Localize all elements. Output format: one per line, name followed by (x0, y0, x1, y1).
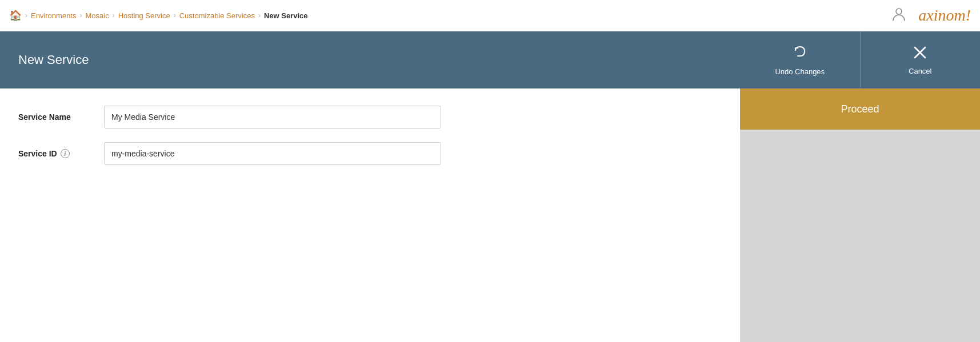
breadcrumb-new-service: New Service (264, 11, 308, 20)
undo-changes-label: Undo Changes (775, 67, 825, 76)
topbar: 🏠 › Environments › Mosaic › Hosting Serv… (0, 0, 980, 31)
page-title: New Service (18, 53, 89, 67)
breadcrumb-sep-0: › (25, 11, 27, 19)
breadcrumb-environments[interactable]: Environments (31, 11, 76, 20)
topbar-right: axinom! (891, 6, 971, 25)
service-id-info-icon[interactable]: i (61, 149, 70, 158)
service-name-row: Service Name (18, 106, 722, 128)
form-area: Service Name Service ID i (0, 88, 740, 342)
breadcrumb-customizable-services[interactable]: Customizable Services (179, 11, 255, 20)
breadcrumb-mosaic[interactable]: Mosaic (85, 11, 109, 20)
right-lower-panel (740, 130, 980, 342)
service-id-row: Service ID i (18, 142, 722, 165)
home-icon[interactable]: 🏠 (9, 9, 22, 22)
proceed-label: Proceed (841, 103, 879, 115)
content-area: New Service Service Name Service ID i (0, 31, 740, 342)
brand-logo: axinom! (918, 6, 971, 25)
breadcrumb-sep-3: › (174, 11, 176, 19)
undo-changes-button[interactable]: Undo Changes (740, 31, 860, 88)
cancel-button[interactable]: Cancel (860, 31, 981, 88)
cancel-label: Cancel (909, 67, 931, 75)
undo-icon (792, 45, 808, 64)
breadcrumb-sep-4: › (258, 11, 261, 19)
service-name-label: Service Name (18, 112, 104, 122)
breadcrumb-sep-1: › (79, 11, 82, 19)
breadcrumb: 🏠 › Environments › Mosaic › Hosting Serv… (9, 9, 308, 22)
page-header: New Service (0, 31, 740, 88)
action-buttons: Undo Changes Cancel (740, 31, 980, 88)
breadcrumb-hosting-service[interactable]: Hosting Service (118, 11, 170, 20)
service-id-input[interactable] (104, 142, 441, 165)
proceed-button[interactable]: Proceed (740, 88, 980, 130)
main-layout: New Service Service Name Service ID i (0, 31, 980, 342)
service-id-label: Service ID i (18, 149, 104, 158)
svg-point-0 (896, 9, 902, 14)
service-name-input[interactable] (104, 106, 441, 128)
right-sidebar: Undo Changes Cancel Proceed (740, 31, 980, 342)
cancel-icon (913, 45, 927, 63)
breadcrumb-sep-2: › (113, 11, 115, 19)
user-icon[interactable] (891, 6, 907, 25)
